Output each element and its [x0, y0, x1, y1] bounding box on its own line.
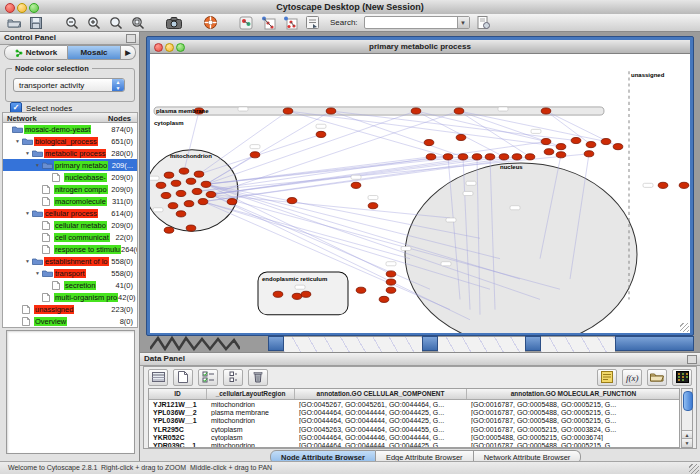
zoom-fit-icon[interactable]: [108, 16, 124, 30]
graph-node[interactable]: [499, 154, 509, 160]
graph-edge[interactable]: [288, 111, 448, 157]
vizmapper-icon[interactable]: [304, 16, 320, 30]
graph-node[interactable]: [283, 108, 293, 114]
graph-node[interactable]: [512, 154, 522, 160]
tree-header-nodes[interactable]: Nodes: [108, 114, 131, 123]
network-view-window[interactable]: primary metabolic process plasma membran…: [146, 36, 694, 336]
graph-node[interactable]: [472, 154, 482, 160]
graph-node[interactable]: [386, 271, 396, 277]
graph-node[interactable]: [443, 154, 453, 160]
graph-node[interactable]: [186, 178, 196, 184]
open-file-icon[interactable]: [6, 16, 22, 30]
expand-arrow-icon[interactable]: ▼: [25, 258, 32, 264]
graph-node[interactable]: [198, 199, 208, 205]
graph-node[interactable]: [164, 172, 174, 178]
graph-node[interactable]: [179, 168, 189, 174]
graph-node[interactable]: [194, 171, 204, 177]
zoom-selected-region-icon[interactable]: [130, 16, 146, 30]
graph-edge[interactable]: [199, 111, 288, 174]
background-window-fragment[interactable]: [541, 336, 615, 352]
graph-node[interactable]: [351, 182, 361, 188]
background-window-titlebar-fragment[interactable]: [615, 336, 694, 351]
tree-row[interactable]: ▼secretion41(0): [3, 279, 137, 291]
tree-row[interactable]: ▼macromolecule311(0): [3, 195, 137, 207]
expand-arrow-icon[interactable]: ▼: [35, 162, 42, 168]
graph-node[interactable]: [287, 198, 297, 204]
background-window-fragment[interactable]: [438, 336, 525, 352]
float-panel-icon[interactable]: [687, 355, 697, 364]
graph-node[interactable]: [201, 181, 211, 187]
graph-node[interactable]: [541, 108, 551, 114]
select-attributes-icon[interactable]: [148, 369, 168, 386]
graph-edge[interactable]: [203, 202, 410, 259]
graph-node[interactable]: [456, 134, 466, 140]
graph-edge[interactable]: [211, 195, 450, 218]
help-lifering-icon[interactable]: [202, 16, 218, 30]
function-builder-icon[interactable]: f(x): [622, 369, 642, 386]
float-panel-icon[interactable]: [126, 34, 136, 43]
table-row[interactable]: YPL036W__1mitochondrion[GO:0044464, GO:0…: [149, 417, 679, 425]
app-titlebar[interactable]: Cytoscape Desktop (New Session): [0, 0, 700, 15]
tree-row[interactable]: ▼metabolic process280(0): [3, 147, 137, 159]
tab-mosaic[interactable]: Mosaic: [68, 45, 121, 60]
graph-node[interactable]: [454, 108, 464, 114]
attribute-checklist-icon[interactable]: [198, 369, 218, 386]
new-attribute-icon[interactable]: [173, 369, 193, 386]
attribute-table[interactable]: ID_cellularLayoutRegionannotation.GO CEL…: [148, 388, 680, 448]
graph-node[interactable]: [186, 225, 196, 231]
graph-node[interactable]: [386, 279, 396, 285]
graph-node[interactable]: [556, 144, 566, 150]
graph-node[interactable]: [206, 191, 216, 197]
graph-node[interactable]: [176, 190, 186, 196]
graph-node[interactable]: [544, 149, 554, 155]
graph-node[interactable]: [368, 203, 378, 209]
graph-node[interactable]: [679, 182, 689, 188]
graph-node[interactable]: [161, 192, 171, 198]
graph-node[interactable]: [386, 287, 396, 293]
tree-row[interactable]: ▼Overview8(0): [3, 315, 137, 327]
window-resize-grip[interactable]: [680, 323, 689, 332]
graph-node[interactable]: [176, 211, 186, 217]
graph-node[interactable]: [156, 182, 166, 188]
graph-node[interactable]: [613, 144, 623, 150]
network-window-titlebar[interactable]: primary metabolic process: [150, 40, 690, 54]
graph-node[interactable]: [326, 108, 336, 114]
tree-row[interactable]: ▼unassigned223(0): [3, 303, 137, 315]
graph-node[interactable]: [292, 293, 302, 299]
tree-row[interactable]: ▼multi-organism pro42(0): [3, 291, 137, 303]
graph-node[interactable]: [571, 137, 581, 143]
graph-node[interactable]: [316, 131, 326, 137]
import-network-icon[interactable]: [238, 16, 254, 30]
scroll-down-icon[interactable]: ▼: [682, 438, 692, 447]
tree-row[interactable]: ▼cellular process614(0): [3, 207, 137, 219]
search-input[interactable]: ▼: [364, 16, 470, 29]
birds-eye-view[interactable]: [6, 330, 135, 454]
tree-row[interactable]: ▼establishment of lo558(0): [3, 255, 137, 267]
color-attribute-dropdown[interactable]: transporter activity ▲▼: [13, 78, 125, 92]
attribute-list-icon[interactable]: [223, 369, 243, 386]
column-header[interactable]: annotation.GO MOLECULAR_FUNCTION: [467, 389, 680, 399]
graph-node[interactable]: [541, 139, 551, 145]
graph-node[interactable]: [586, 142, 596, 148]
scrollbar-thumb[interactable]: [683, 391, 693, 411]
graph-node[interactable]: [458, 154, 468, 160]
tree-row[interactable]: ▼response to stimulu264(0): [3, 243, 137, 255]
graph-node[interactable]: [250, 152, 260, 158]
graph-edge[interactable]: [211, 111, 459, 195]
expand-arrow-icon[interactable]: ▼: [25, 210, 32, 216]
graph-node[interactable]: [424, 140, 434, 146]
expand-arrow-icon[interactable]: ▼: [15, 138, 22, 144]
tree-row[interactable]: ▼nucleobase-209(0): [3, 171, 137, 183]
tree-row[interactable]: ▼primary metabo209(...: [3, 159, 137, 171]
tree-row[interactable]: ▼cellular metabo209(0): [3, 219, 137, 231]
table-row[interactable]: YLR295Ccytoplasm[GO:0045263, GO:0044464,…: [149, 425, 679, 433]
graph-node[interactable]: [227, 199, 237, 205]
tree-row[interactable]: ▼mosaic-demo-yeast874(0): [3, 123, 137, 135]
import-attributes-icon[interactable]: [647, 369, 667, 386]
search-dropdown-icon[interactable]: ▼: [457, 17, 469, 28]
graph-node[interactable]: [556, 152, 566, 158]
table-row[interactable]: YJR121W__1mitochondrion[GO:0045267, GO:0…: [149, 400, 679, 408]
graph-node[interactable]: [485, 154, 495, 160]
tree-row[interactable]: ▼biological_process651(0): [3, 135, 137, 147]
column-header[interactable]: _cellularLayoutRegion: [207, 389, 295, 399]
